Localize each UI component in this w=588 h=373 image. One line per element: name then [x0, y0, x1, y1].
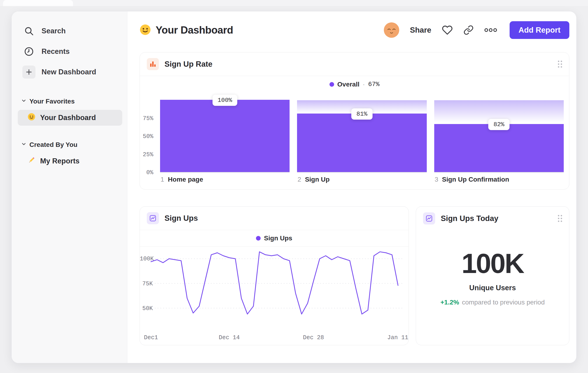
- step-index: 2: [297, 176, 301, 183]
- section-label: Your Favorites: [29, 98, 75, 105]
- sidebar-item-your-dashboard[interactable]: Your Dashboard: [18, 110, 122, 126]
- metric-chart-icon: [423, 212, 435, 224]
- legend-dot: [256, 236, 261, 241]
- main-content: Your Dashboard Share: [127, 11, 576, 363]
- line-legend[interactable]: Sign Ups: [140, 230, 409, 247]
- sidebar-item-my-reports[interactable]: My Reports: [18, 153, 122, 169]
- more-options-icon[interactable]: [484, 28, 497, 33]
- signup-rate-card-header: Sign Up Rate: [140, 52, 569, 76]
- chevron-down-icon: [21, 141, 27, 149]
- sidebar-item-recents[interactable]: Recents: [12, 41, 127, 62]
- dashboard-header: Your Dashboard Share: [139, 11, 569, 49]
- funnel-bar-fill[interactable]: [434, 124, 564, 172]
- signups-line-plot: [140, 247, 409, 345]
- step-name: Home page: [168, 176, 203, 183]
- funnel-y-tick-label: 25%: [143, 151, 153, 158]
- metric-label: Unique Users: [416, 284, 569, 292]
- line-chart-area: 100K75K50KDec1Dec 14Dec 28Jan 11: [140, 247, 409, 345]
- line-x-tick-label: Dec 28: [303, 334, 324, 341]
- signups-card: Sign Ups Sign Ups 100K75K50KDec1Dec 14De…: [139, 206, 409, 345]
- header-actions: Share Add Report: [384, 21, 569, 39]
- card-title: Sign Up Rate: [165, 60, 212, 69]
- avatar[interactable]: [384, 22, 399, 38]
- funnel-y-tick-label: 0%: [146, 169, 153, 176]
- signup-rate-card: Sign Up Rate Overall · 67% 75%50%25%0% 1…: [139, 52, 569, 190]
- line-x-tick-label: Jan 11: [387, 334, 408, 341]
- drag-handle-icon[interactable]: [558, 215, 562, 222]
- background-window-tab: [3, 0, 73, 6]
- metric-delta-row: +1.2% compared to previous period: [416, 299, 569, 306]
- share-button[interactable]: Share: [410, 26, 431, 34]
- legend-label: Sign Ups: [264, 234, 292, 242]
- bottom-row: Sign Ups Sign Ups 100K75K50KDec1Dec 14De…: [139, 206, 569, 345]
- funnel-value-badge: 100%: [212, 95, 237, 106]
- chevron-down-icon: [21, 98, 27, 105]
- step-index: 3: [435, 176, 438, 183]
- background-window-strip: [0, 0, 588, 6]
- funnel-segment[interactable]: 82% 3 Sign Up Confirmation: [434, 100, 564, 172]
- delta-value: +1.2%: [440, 299, 459, 306]
- sidebar-item-label: Recents: [42, 47, 70, 56]
- funnel-step-label: 2 Sign Up: [297, 176, 329, 183]
- card-title: Sign Ups Today: [441, 214, 498, 223]
- funnel-value-badge: 82%: [488, 119, 510, 130]
- app-window: Search Recents New Dashboard: [11, 11, 577, 363]
- clock-icon: [22, 45, 35, 58]
- section-label: Created By You: [29, 141, 77, 149]
- line-chart-icon: [147, 212, 159, 224]
- funnel-y-tick-label: 50%: [143, 133, 153, 140]
- funnel-y-axis: 75%50%25%0%: [140, 100, 153, 172]
- metric-value: 100K: [416, 250, 569, 277]
- sidebar-item-label: My Reports: [40, 157, 80, 165]
- line-x-tick-label: Dec1: [144, 334, 158, 341]
- smiley-icon: [139, 24, 151, 36]
- line-y-tick-label: 75K: [140, 280, 153, 287]
- smiley-icon: [28, 113, 35, 123]
- sidebar-item-new-dashboard[interactable]: New Dashboard: [12, 62, 127, 82]
- step-name: Sign Up Confirmation: [442, 176, 509, 183]
- add-report-button[interactable]: Add Report: [510, 21, 569, 39]
- funnel-y-tick-label: 75%: [143, 115, 153, 122]
- funnel-step-label: 1 Home page: [160, 176, 203, 183]
- funnel-segments: 100% 1 Home page 81% 2 Sign Up: [160, 100, 564, 172]
- signups-today-card: Sign Ups Today 100K Unique Users +1.2% c…: [416, 206, 569, 345]
- sidebar-item-label: Your Dashboard: [40, 113, 96, 122]
- sidebar: Search Recents New Dashboard: [12, 11, 127, 363]
- link-icon[interactable]: [463, 25, 474, 35]
- line-y-tick-label: 100K: [140, 255, 153, 262]
- sidebar-item-search[interactable]: Search: [12, 21, 127, 41]
- page-title: Your Dashboard: [156, 24, 233, 36]
- step-name: Sign Up: [305, 176, 330, 183]
- step-index: 1: [160, 176, 164, 183]
- dashboard-title-wrap: Your Dashboard: [139, 24, 233, 36]
- line-x-tick-label: Dec 14: [219, 334, 240, 341]
- signups-today-card-header: Sign Ups Today: [416, 207, 569, 230]
- funnel-chart: 75%50%25%0% 100% 1 Home page: [140, 76, 569, 189]
- funnel-step-label: 3 Sign Up Confirmation: [435, 176, 509, 183]
- pencil-icon: [28, 156, 35, 166]
- search-icon: [22, 24, 35, 38]
- card-title: Sign Ups: [165, 214, 198, 223]
- favorites-section-header[interactable]: Your Favorites: [12, 95, 127, 108]
- funnel-bar-fill[interactable]: [297, 113, 427, 172]
- funnel-chart-icon: [147, 58, 159, 70]
- plus-icon: [22, 66, 35, 79]
- funnel-segment[interactable]: 81% 2 Sign Up: [297, 100, 427, 172]
- sidebar-item-label: Search: [42, 27, 66, 35]
- created-by-you-section-header[interactable]: Created By You: [12, 138, 127, 151]
- delta-note: compared to previous period: [462, 299, 545, 306]
- drag-handle-icon[interactable]: [558, 60, 562, 68]
- funnel-value-badge: 81%: [351, 108, 373, 120]
- funnel-bar-fill[interactable]: [160, 100, 290, 172]
- line-y-tick-label: 50K: [140, 305, 153, 312]
- sidebar-item-label: New Dashboard: [42, 68, 96, 76]
- funnel-segment[interactable]: 100% 1 Home page: [160, 100, 290, 172]
- heart-icon[interactable]: [442, 25, 453, 35]
- signups-card-header: Sign Ups: [140, 207, 409, 230]
